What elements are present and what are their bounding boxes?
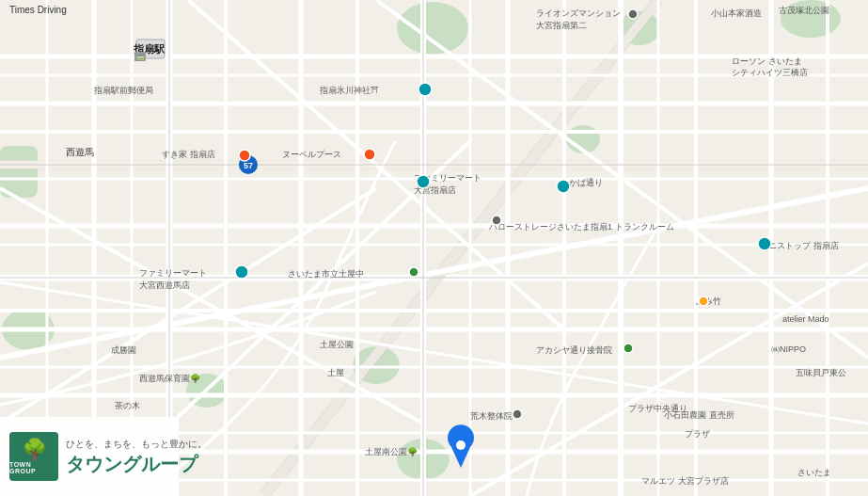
- svg-rect-56: [136, 40, 165, 58]
- svg-point-2: [781, 0, 841, 38]
- svg-line-34: [0, 282, 868, 424]
- logo-overlay: 🌳 TowN GROUp ひとを、まちを、もっと豊かに。 タウングループ: [0, 417, 179, 496]
- svg-point-0: [397, 2, 468, 55]
- town-badge: TowN GROUp: [9, 461, 58, 474]
- logo-name: タウングループ: [66, 453, 207, 475]
- svg-text:57: 57: [244, 161, 253, 170]
- logo-icon: 🌳 TowN GROUp: [9, 432, 58, 481]
- logo-tagline: ひとを、まちを、もっと豊かに。: [66, 438, 207, 451]
- logo-text-block: ひとを、まちを、もっと豊かに。 タウングループ: [66, 438, 207, 475]
- tree-icon: 🌳: [22, 440, 47, 460]
- map-container: 57 Times Driving 指扇駅 西遊馬 すき家 指扇店 ヌーベルプース…: [0, 0, 868, 496]
